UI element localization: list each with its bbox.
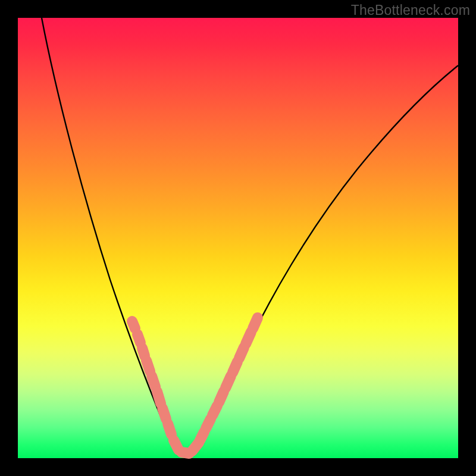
watermark-text: TheBottleneck.com [351, 2, 470, 18]
plot-area [18, 18, 458, 458]
chart-frame: TheBottleneck.com [0, 0, 476, 476]
